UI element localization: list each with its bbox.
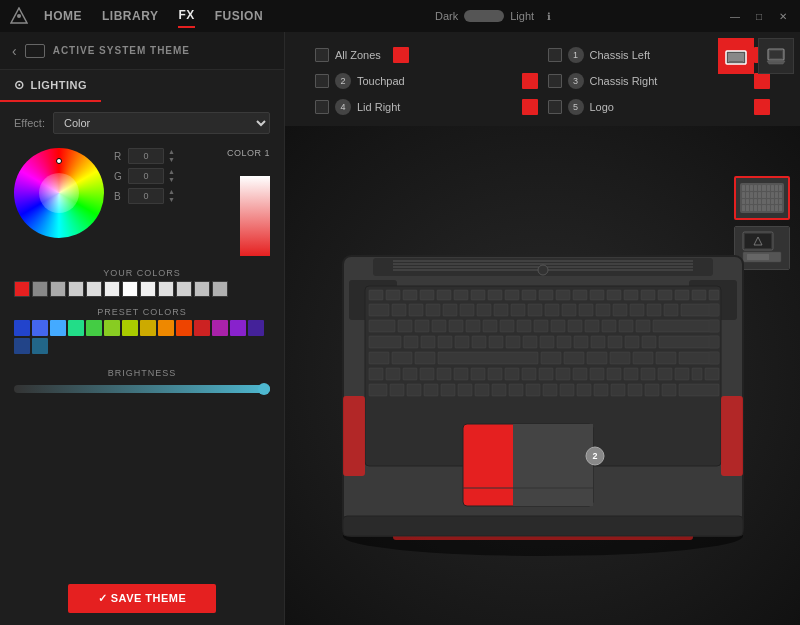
- your-color-1[interactable]: [32, 281, 48, 297]
- toggle-bar[interactable]: [464, 10, 504, 22]
- svg-rect-144: [577, 384, 591, 396]
- your-color-10[interactable]: [194, 281, 210, 297]
- preset-0[interactable]: [14, 320, 30, 336]
- titlebar-left: HOME LIBRARY FX FUSION: [10, 4, 263, 28]
- theme-toggle[interactable]: Dark Light: [435, 10, 534, 22]
- zone-lid-right[interactable]: 4 Lid Right: [315, 94, 548, 120]
- zone-touchpad[interactable]: 2 Touchpad: [315, 68, 548, 94]
- svg-rect-4: [729, 61, 743, 63]
- zone-chassis-left-checkbox[interactable]: [548, 48, 562, 62]
- your-color-9[interactable]: [176, 281, 192, 297]
- your-color-11[interactable]: [212, 281, 228, 297]
- color-wheel-inner: [39, 173, 79, 213]
- svg-rect-84: [472, 336, 486, 348]
- your-color-4[interactable]: [86, 281, 102, 297]
- b-down-arrow[interactable]: ▼: [168, 196, 175, 204]
- b-up-arrow[interactable]: ▲: [168, 188, 175, 196]
- preset-6[interactable]: [122, 320, 138, 336]
- preset-13[interactable]: [248, 320, 264, 336]
- lighting-tab[interactable]: ⊙ LIGHTING: [0, 70, 101, 102]
- zone-all-checkbox[interactable]: [315, 48, 329, 62]
- svg-rect-3: [728, 53, 744, 62]
- zone-lid-right-checkbox[interactable]: [315, 100, 329, 114]
- r-input[interactable]: [128, 148, 164, 164]
- back-button[interactable]: ‹: [12, 43, 17, 59]
- svg-rect-142: [543, 384, 557, 396]
- r-down-arrow[interactable]: ▼: [168, 156, 175, 164]
- your-color-2[interactable]: [50, 281, 66, 297]
- preset-4[interactable]: [86, 320, 102, 336]
- zone-logo[interactable]: 5 Logo: [548, 94, 781, 120]
- zone-chassis-right-color: [754, 73, 770, 89]
- active-theme-bar: ‹ ACTIVE SYSTEM THEME: [0, 32, 284, 70]
- preset-5[interactable]: [104, 320, 120, 336]
- your-color-5[interactable]: [104, 281, 120, 297]
- minimize-button[interactable]: —: [728, 9, 742, 23]
- preset-10[interactable]: [194, 320, 210, 336]
- nav-library[interactable]: LIBRARY: [102, 5, 158, 27]
- nav-fx[interactable]: FX: [178, 4, 194, 28]
- preset-14[interactable]: [14, 338, 30, 354]
- preset-8[interactable]: [158, 320, 174, 336]
- maximize-button[interactable]: □: [752, 9, 766, 23]
- nav-fusion[interactable]: FUSION: [215, 5, 263, 27]
- your-color-8[interactable]: [158, 281, 174, 297]
- titlebar-center: Dark Light ℹ: [435, 9, 556, 23]
- preset-3[interactable]: [68, 320, 84, 336]
- svg-rect-100: [541, 352, 561, 364]
- preset-9[interactable]: [176, 320, 192, 336]
- preset-2[interactable]: [50, 320, 66, 336]
- save-theme-button[interactable]: ✓ SAVE THEME: [68, 584, 217, 613]
- your-color-6[interactable]: [122, 281, 138, 297]
- your-color-3[interactable]: [68, 281, 84, 297]
- top-view-button[interactable]: [718, 38, 754, 74]
- your-colors-row: [0, 281, 284, 303]
- effect-select[interactable]: Color: [53, 112, 270, 134]
- your-colors-label: YOUR COLORS: [0, 264, 284, 281]
- bulb-icon: ⊙: [14, 78, 25, 92]
- zone-logo-checkbox[interactable]: [548, 100, 562, 114]
- effect-label: Effect:: [14, 117, 45, 129]
- your-color-0[interactable]: [14, 281, 30, 297]
- svg-rect-131: [705, 368, 719, 380]
- preset-colors-label: PRESET COLORS: [0, 303, 284, 320]
- brightness-slider[interactable]: [14, 385, 270, 393]
- svg-rect-99: [438, 352, 538, 364]
- preset-7[interactable]: [140, 320, 156, 336]
- zone-touchpad-number: 2: [335, 73, 351, 89]
- b-label: B: [114, 191, 124, 202]
- zone-chassis-right-checkbox[interactable]: [548, 74, 562, 88]
- svg-rect-60: [664, 304, 678, 316]
- close-button[interactable]: ✕: [776, 9, 790, 23]
- svg-rect-83: [455, 336, 469, 348]
- zone-all-zones[interactable]: All Zones: [315, 42, 548, 68]
- svg-rect-59: [647, 304, 661, 316]
- preset-15[interactable]: [32, 338, 48, 354]
- side-view-button[interactable]: [758, 38, 794, 74]
- svg-rect-80: [404, 336, 418, 348]
- svg-rect-104: [633, 352, 653, 364]
- brightness-handle[interactable]: [258, 383, 270, 395]
- svg-rect-93: [625, 336, 639, 348]
- g-input[interactable]: [128, 168, 164, 184]
- color-area: R ▲ ▼ G ▲ ▼ B: [0, 140, 284, 264]
- svg-rect-31: [522, 290, 536, 300]
- nav-home[interactable]: HOME: [44, 5, 82, 27]
- svg-rect-27: [454, 290, 468, 300]
- preset-12[interactable]: [230, 320, 246, 336]
- preset-11[interactable]: [212, 320, 228, 336]
- svg-rect-41: [692, 290, 706, 300]
- g-down-arrow[interactable]: ▼: [168, 176, 175, 184]
- svg-rect-136: [441, 384, 455, 396]
- preset-1[interactable]: [32, 320, 48, 336]
- r-up-arrow[interactable]: ▲: [168, 148, 175, 156]
- svg-text:2: 2: [592, 451, 597, 461]
- color-wheel[interactable]: [14, 148, 104, 238]
- b-input[interactable]: [128, 188, 164, 204]
- zone-touchpad-checkbox[interactable]: [315, 74, 329, 88]
- svg-rect-88: [540, 336, 554, 348]
- your-color-7[interactable]: [140, 281, 156, 297]
- info-icon[interactable]: ℹ: [542, 9, 556, 23]
- g-up-arrow[interactable]: ▲: [168, 168, 175, 176]
- svg-rect-38: [641, 290, 655, 300]
